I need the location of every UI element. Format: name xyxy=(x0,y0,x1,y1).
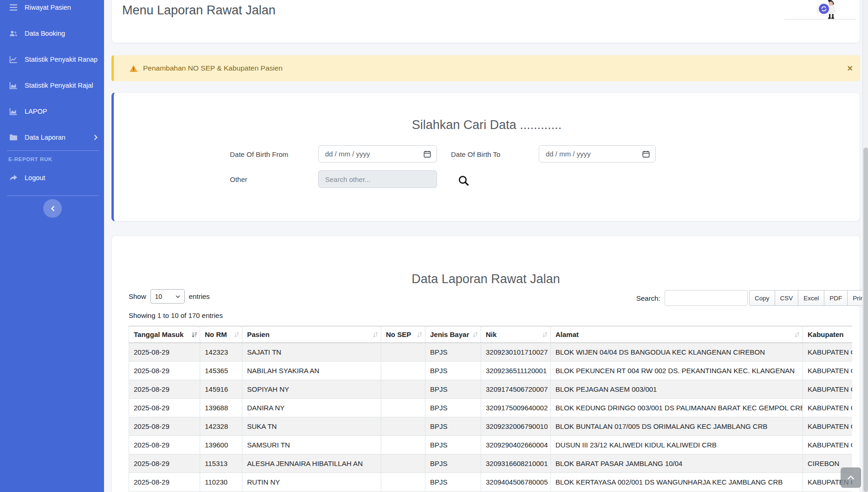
date-placeholder: dd / mm / yyyy xyxy=(546,150,591,158)
cell-jenis-bayar: BPJS xyxy=(425,399,481,417)
column-header-jenis-bayar[interactable]: Jenis Bayar xyxy=(425,326,481,343)
cell-no-sep xyxy=(381,436,425,454)
sidebar-item-statistik-penyakit-ranap[interactable]: Statistik Penyakit Ranap xyxy=(0,46,104,72)
scroll-top-button[interactable] xyxy=(841,467,861,488)
sidebar-item-data-laporan[interactable]: Data Laporan xyxy=(0,124,104,150)
cell-pasien: ALESHA JENNAIRA HIBATILLAH AN xyxy=(242,454,381,473)
column-header-tanggal-masuk[interactable]: Tanggal Masuk xyxy=(129,326,200,343)
table-row: 2025-08-29139600SAMSURI TNBPJS3209290402… xyxy=(129,436,853,454)
sidebar-item-lapop[interactable]: LAPOP xyxy=(0,98,104,124)
cell-no-rm: 139688 xyxy=(200,399,242,417)
column-header-label: Nik xyxy=(486,330,496,338)
chevron-right-icon xyxy=(94,135,98,140)
sidebar-item-label: Logout xyxy=(25,174,45,181)
cell-no-sep xyxy=(381,362,425,380)
export-excel-button[interactable]: Excel xyxy=(798,290,824,306)
dob-to-input[interactable]: dd / mm / yyyy xyxy=(539,145,656,162)
cell-jenis-bayar: BPJS xyxy=(425,380,481,399)
cell-nik: 3209232006790010 xyxy=(481,417,551,436)
cell-kabupaten: KABUPATEN CIREBON xyxy=(803,343,853,362)
warning-alert: Penambahan NO SEP & Kabupaten Pasien × xyxy=(111,55,860,81)
dob-from-input[interactable]: dd / mm / yyyy xyxy=(318,145,437,162)
column-header-label: Kabupaten xyxy=(808,330,844,338)
export-buttons-group: CopyCSVExcelPDFPrint xyxy=(749,290,868,306)
sidebar-collapse-button[interactable] xyxy=(43,199,62,218)
export-csv-button[interactable]: CSV xyxy=(775,290,799,306)
sort-icon xyxy=(417,331,423,338)
share-icon xyxy=(8,174,19,182)
sidebar-item-label: Riwayat Pasien xyxy=(25,4,71,11)
cell-jenis-bayar: BPJS xyxy=(425,436,481,454)
cell-no-rm: 145916 xyxy=(200,380,242,399)
column-header-no-rm[interactable]: No RM xyxy=(200,326,242,343)
cell-kabupaten: KABUPATEN CIREBON xyxy=(803,399,853,417)
page-length-select[interactable]: 10 xyxy=(150,289,185,304)
data-table: Tanggal MasukNo RMPasienNo SEPJenis Baya… xyxy=(129,326,852,492)
column-header-no-sep[interactable]: No SEP xyxy=(381,326,425,343)
table-search-input[interactable] xyxy=(665,290,748,306)
cell-pasien: SUKA TN xyxy=(242,417,381,436)
column-header-label: Alamat xyxy=(555,330,579,338)
alert-close-button[interactable]: × xyxy=(847,64,853,73)
entries-label: entries xyxy=(189,292,210,300)
show-label: Show xyxy=(129,292,146,300)
cell-jenis-bayar: BPJS xyxy=(425,343,481,362)
folder-icon xyxy=(8,133,19,142)
sidebar-nav: Riwayat PasienData BookingStatistik Peny… xyxy=(0,0,104,150)
calendar-icon[interactable] xyxy=(424,150,431,158)
chevron-left-icon xyxy=(51,206,55,212)
cell-nik: 3209230101710027 xyxy=(481,343,551,362)
other-search-input[interactable] xyxy=(318,170,437,188)
column-header-nik[interactable]: Nik xyxy=(481,326,551,343)
table-row: 2025-08-29110230RUTIN NYBPJS320940450678… xyxy=(129,473,853,492)
scrollbar-thumb[interactable] xyxy=(863,148,868,492)
warning-icon xyxy=(129,65,138,72)
calendar-icon[interactable] xyxy=(642,150,650,158)
cell-no-rm: 139600 xyxy=(200,436,242,454)
cell-kabupaten: KABUPATEN CIREBON xyxy=(803,436,853,454)
table-row: 2025-08-29145916SOPIYAH NYBPJS3209174506… xyxy=(129,380,853,399)
column-header-label: Pasien xyxy=(247,330,269,338)
cell-no-sep xyxy=(381,399,425,417)
export-copy-button[interactable]: Copy xyxy=(749,290,775,306)
cell-no-sep xyxy=(381,473,425,492)
sidebar-item-data-booking[interactable]: Data Booking xyxy=(0,20,104,46)
sort-icon xyxy=(372,331,379,338)
header-card: Menu Laporan Rawat Jalan xyxy=(111,0,860,43)
cell-tanggal-masuk: 2025-08-29 xyxy=(129,343,200,362)
cell-alamat: BLOK KERTAYASA 002/001 DS WANGUNHARJA KE… xyxy=(551,473,803,492)
cell-alamat: BLOK PEJAGAN ASEM 003/001 xyxy=(551,380,803,399)
table-search-control: Search: xyxy=(636,290,748,306)
cell-alamat: DUSUN III 23/12 KALIWEDI KIDUL KALIWEDI … xyxy=(551,436,803,454)
other-label: Other xyxy=(230,175,248,183)
cell-kabupaten: KABUPATEN CIREBON xyxy=(803,380,853,399)
dob-to-label: Date Of Birth To xyxy=(451,150,500,158)
cell-alamat: BLOK PEKUNCEN RT 004 RW 002 DS. PEKANTIN… xyxy=(551,362,803,380)
cell-jenis-bayar: BPJS xyxy=(425,417,481,436)
user-avatar[interactable] xyxy=(814,0,840,19)
cell-kabupaten: KABUPATEN CIREBON xyxy=(803,362,853,380)
cell-jenis-bayar: BPJS xyxy=(425,362,481,380)
sidebar-item-statistik-penyakit-rajal[interactable]: Statistik Penyakit Rajal xyxy=(0,72,104,98)
sort-icon xyxy=(542,331,548,338)
cell-tanggal-masuk: 2025-08-29 xyxy=(129,454,200,473)
cell-alamat: BLOK KEDUNG DRINGO 003/001 DS PALIMANAN … xyxy=(551,399,803,417)
export-pdf-button[interactable]: PDF xyxy=(824,290,848,306)
cell-no-sep xyxy=(381,380,425,399)
sidebar-item-logout[interactable]: Logout xyxy=(0,165,104,191)
table-panel-title: Data Laporan Rawat Jalan xyxy=(112,272,860,286)
cell-no-sep xyxy=(381,343,425,362)
table-row: 2025-08-29139688DANIRA NYBPJS32091750096… xyxy=(129,399,853,417)
column-header-kabupaten[interactable]: Kabupaten xyxy=(803,326,853,343)
sidebar-section-label: E-REPORT RUK xyxy=(0,151,104,165)
cell-tanggal-masuk: 2025-08-29 xyxy=(129,380,200,399)
search-submit-button[interactable] xyxy=(457,174,470,188)
window-scrollbar xyxy=(862,0,868,492)
table-row: 2025-08-29142328SUKA TNBPJS3209232006790… xyxy=(129,417,853,436)
column-header-pasien[interactable]: Pasien xyxy=(242,326,381,343)
chevron-down-icon xyxy=(176,295,180,298)
column-header-alamat[interactable]: Alamat xyxy=(551,326,803,343)
sidebar-item-riwayat-pasien[interactable]: Riwayat Pasien xyxy=(0,0,104,20)
cell-jenis-bayar: BPJS xyxy=(425,473,481,492)
column-header-label: No SEP xyxy=(386,330,411,338)
